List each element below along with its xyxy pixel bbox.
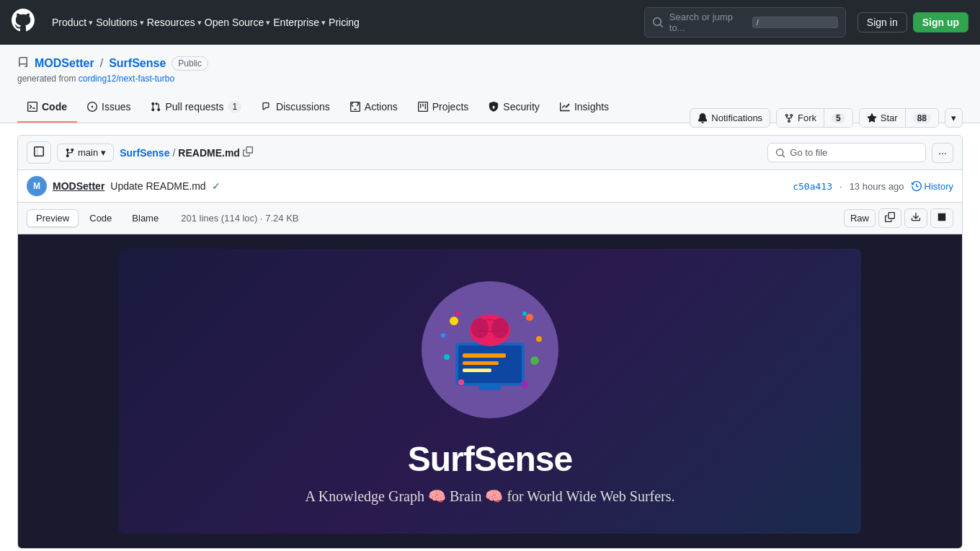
repo-type-icon bbox=[17, 57, 29, 71]
tab-insights-label: Insights bbox=[574, 101, 609, 113]
notifications-label: Notifications bbox=[711, 113, 762, 123]
nav-auth-actions: Sign in Sign up bbox=[858, 12, 968, 32]
tab-code-label: Code bbox=[42, 101, 67, 113]
readme-hero-title: SurfSense bbox=[408, 439, 572, 479]
tab-discussions-label: Discussions bbox=[276, 101, 330, 113]
tab-projects[interactable]: Projects bbox=[408, 92, 479, 123]
nav-solutions[interactable]: Solutions ▾ bbox=[96, 17, 144, 28]
readme-content: SurfSense A Knowledge Graph 🧠 Brain 🧠 fo… bbox=[17, 234, 963, 549]
nav-pricing[interactable]: Pricing bbox=[329, 17, 360, 28]
branch-selector[interactable]: main ▾ bbox=[57, 144, 114, 162]
svg-point-9 bbox=[471, 318, 489, 338]
search-bar[interactable]: Search or jump to... / bbox=[644, 7, 846, 38]
more-file-options-button[interactable]: ··· bbox=[932, 143, 953, 163]
history-label: History bbox=[925, 181, 953, 192]
hero-illustration bbox=[418, 278, 562, 422]
chevron-down-icon: ▾ bbox=[140, 18, 144, 27]
nav-links: Product ▾ Solutions ▾ Resources ▾ Open S… bbox=[52, 17, 360, 28]
download-button[interactable] bbox=[904, 208, 927, 228]
svg-point-12 bbox=[526, 314, 533, 321]
readme-image-container: SurfSense A Knowledge Graph 🧠 Brain 🧠 fo… bbox=[18, 234, 962, 548]
tab-security-label: Security bbox=[503, 101, 540, 113]
commit-dot-separator: · bbox=[839, 181, 842, 192]
sign-up-button[interactable]: Sign up bbox=[913, 12, 968, 32]
go-to-file-label: Go to file bbox=[790, 147, 827, 158]
repo-separator: / bbox=[100, 57, 103, 70]
repo-header: MODSetter / SurfSense Public generated f… bbox=[0, 45, 980, 123]
svg-point-14 bbox=[530, 356, 539, 365]
branch-name: main bbox=[78, 147, 98, 158]
tab-security[interactable]: Security bbox=[478, 92, 550, 123]
chevron-down-icon: ▾ bbox=[266, 18, 270, 27]
svg-point-18 bbox=[536, 336, 542, 342]
breadcrumb-repo-link[interactable]: SurfSense bbox=[120, 147, 169, 159]
breadcrumb-separator: / bbox=[172, 147, 175, 159]
commit-row: M MODSetter Update README.md ✓ c50a413 ·… bbox=[17, 170, 963, 203]
svg-rect-7 bbox=[463, 369, 491, 372]
readme-hero-subtitle: A Knowledge Graph 🧠 Brain 🧠 for World Wi… bbox=[305, 488, 674, 505]
sign-in-button[interactable]: Sign in bbox=[858, 12, 907, 32]
code-view-bar: Preview Code Blame 201 lines (114 loc) ·… bbox=[17, 203, 963, 234]
tab-pr-count: 1 bbox=[228, 101, 241, 113]
repo-name-link[interactable]: SurfSense bbox=[109, 57, 166, 70]
tab-discussions[interactable]: Discussions bbox=[251, 92, 340, 123]
chevron-down-icon: ▾ bbox=[89, 18, 93, 27]
tab-code-view[interactable]: Code bbox=[80, 209, 121, 227]
commit-hash-link[interactable]: c50a413 bbox=[793, 181, 832, 192]
search-shortcut: / bbox=[752, 17, 838, 28]
file-meta: 201 lines (114 loc) · 7.24 KB bbox=[181, 213, 298, 224]
svg-point-16 bbox=[521, 381, 528, 388]
breadcrumb-current-file: README.md bbox=[178, 147, 240, 159]
commit-check-icon: ✓ bbox=[212, 180, 220, 192]
visibility-badge: Public bbox=[172, 56, 208, 71]
fork-label: Fork bbox=[798, 113, 816, 123]
star-count: 88 bbox=[913, 113, 931, 123]
top-navigation: Product ▾ Solutions ▾ Resources ▾ Open S… bbox=[0, 0, 980, 45]
file-bar: main ▾ SurfSense / README.md bbox=[17, 135, 963, 170]
avatar: M bbox=[27, 176, 47, 196]
tab-issues[interactable]: Issues bbox=[77, 92, 141, 123]
svg-point-19 bbox=[455, 312, 460, 316]
svg-point-17 bbox=[441, 333, 445, 338]
panel-toggle-button[interactable] bbox=[27, 141, 51, 164]
search-section: Search or jump to... / bbox=[644, 7, 846, 38]
tab-projects-label: Projects bbox=[432, 101, 469, 113]
tab-preview[interactable]: Preview bbox=[27, 209, 79, 227]
go-to-file-search[interactable]: Go to file bbox=[767, 143, 926, 162]
outline-button[interactable] bbox=[930, 208, 953, 228]
repo-generated-info: generated from cording12/next-fast-turbo bbox=[17, 74, 963, 84]
readme-hero-section: SurfSense A Knowledge Graph 🧠 Brain 🧠 fo… bbox=[119, 249, 861, 534]
repo-header-wrapper: MODSetter / SurfSense Public generated f… bbox=[0, 45, 980, 123]
svg-point-10 bbox=[491, 318, 509, 338]
history-link[interactable]: History bbox=[912, 181, 953, 192]
copy-path-button[interactable] bbox=[243, 146, 253, 159]
svg-point-20 bbox=[522, 312, 527, 316]
tab-pr-label: Pull requests bbox=[165, 101, 223, 113]
tab-issues-label: Issues bbox=[102, 101, 130, 113]
commit-left: M MODSetter Update README.md ✓ bbox=[27, 176, 220, 196]
tab-blame[interactable]: Blame bbox=[122, 209, 168, 227]
nav-resources[interactable]: Resources ▾ bbox=[147, 17, 202, 28]
github-logo[interactable] bbox=[12, 9, 35, 37]
file-action-buttons: Raw bbox=[844, 208, 953, 228]
tab-actions[interactable]: Actions bbox=[340, 92, 408, 123]
star-label: Star bbox=[881, 113, 898, 123]
tab-code[interactable]: Code bbox=[17, 92, 77, 123]
tab-pull-requests[interactable]: Pull requests 1 bbox=[141, 92, 251, 123]
generated-source-link[interactable]: cording12/next-fast-turbo bbox=[79, 74, 174, 84]
svg-point-13 bbox=[444, 354, 450, 360]
svg-rect-5 bbox=[463, 353, 506, 358]
nav-enterprise[interactable]: Enterprise ▾ bbox=[273, 17, 326, 28]
repo-owner-link[interactable]: MODSetter bbox=[35, 57, 94, 70]
raw-button[interactable]: Raw bbox=[844, 209, 876, 227]
nav-product[interactable]: Product ▾ bbox=[52, 17, 93, 28]
chevron-down-icon: ▾ bbox=[197, 18, 202, 27]
view-tabs: Preview Code Blame 201 lines (114 loc) ·… bbox=[27, 209, 299, 227]
main-content: main ▾ SurfSense / README.md bbox=[0, 123, 980, 551]
nav-open-source[interactable]: Open Source ▾ bbox=[205, 17, 271, 28]
fork-count: 5 bbox=[832, 113, 845, 123]
commit-author-link[interactable]: MODSetter bbox=[53, 180, 104, 192]
copy-raw-button[interactable] bbox=[878, 208, 901, 228]
tab-insights[interactable]: Insights bbox=[550, 92, 619, 123]
file-bar-right: Go to file ··· bbox=[767, 143, 953, 163]
